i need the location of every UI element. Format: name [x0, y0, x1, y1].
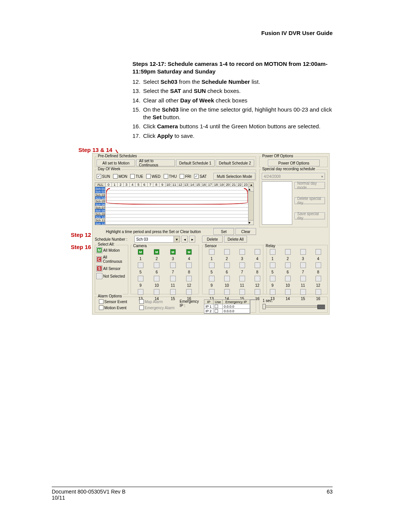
camera-button[interactable]	[138, 276, 143, 281]
schedule-row-label[interactable]: Sch 04	[95, 197, 105, 200]
keyboard-icon[interactable]	[317, 305, 325, 309]
grid-data-area[interactable]	[105, 187, 249, 225]
sensor-button[interactable]	[239, 289, 245, 295]
hour-header[interactable]: 21	[231, 182, 237, 187]
scroll-down-icon[interactable]: ▾	[249, 220, 253, 225]
hour-header[interactable]: 14	[189, 182, 195, 187]
sensor-button[interactable]	[239, 262, 245, 268]
relay-button[interactable]	[315, 276, 321, 281]
schedule-row-label[interactable]: Sch 01	[95, 187, 105, 190]
dow-checkbox-wed[interactable]	[146, 174, 151, 179]
hour-header[interactable]: 0	[105, 182, 112, 187]
hour-header[interactable]: 6	[141, 182, 147, 187]
delete-special-day-button[interactable]: Delete special day	[295, 197, 325, 204]
sensor-button[interactable]	[209, 262, 215, 268]
dow-checkbox-fri[interactable]	[180, 174, 184, 179]
normal-day-mode-button[interactable]: Normal day mode	[295, 182, 325, 189]
select-all-option[interactable]: SAll Sensor	[97, 266, 126, 271]
schedule-row-label[interactable]: Sch 10	[95, 216, 105, 219]
camera-button[interactable]	[170, 276, 176, 281]
camera-button[interactable]	[186, 289, 192, 295]
hour-header[interactable]: 1	[112, 182, 118, 187]
camera-button[interactable]	[186, 276, 192, 281]
preset-default1-button[interactable]: Default Schedule 1	[176, 160, 215, 166]
hour-header[interactable]: 12	[177, 182, 183, 187]
sensor-button[interactable]	[224, 276, 230, 281]
sensor-button[interactable]	[224, 249, 230, 255]
relay-button[interactable]	[300, 249, 306, 255]
relay-button[interactable]	[270, 249, 276, 255]
schedule-row-label[interactable]: Sch 11	[95, 219, 105, 222]
relay-button[interactable]	[285, 262, 291, 268]
hour-header[interactable]: 5	[135, 182, 141, 187]
camera-button[interactable]	[170, 289, 176, 295]
hour-header[interactable]: 13	[183, 182, 189, 187]
schedule-row-label[interactable]: Sch 08	[95, 209, 105, 212]
hour-header[interactable]: 11	[171, 182, 177, 187]
dow-checkbox-sat[interactable]: ✓	[194, 174, 199, 179]
select-all-option[interactable]: Not Selected	[97, 273, 126, 279]
hour-header[interactable]: 8	[153, 182, 159, 187]
relay-button[interactable]	[285, 289, 291, 295]
relay-button[interactable]	[270, 276, 276, 281]
delete-button[interactable]: Delete	[202, 236, 223, 243]
clear-button[interactable]: Clear	[236, 228, 256, 235]
relay-button[interactable]	[270, 262, 276, 268]
motion-event-checkbox[interactable]	[99, 305, 104, 310]
sensor-event-checkbox[interactable]	[99, 299, 104, 304]
hour-header[interactable]: 17	[207, 182, 213, 187]
camera-button[interactable]	[138, 289, 143, 295]
sensor-button[interactable]	[209, 249, 215, 255]
schedule-row-label[interactable]: Sch 03	[95, 193, 105, 197]
sensor-button[interactable]	[255, 276, 260, 281]
schedule-number-dropdown[interactable]: Sch 03 ▾	[134, 236, 180, 243]
camera-button[interactable]	[138, 262, 143, 268]
relay-button[interactable]	[315, 262, 321, 268]
map-alarm-checkbox[interactable]	[139, 299, 144, 304]
ip1-use-checkbox[interactable]	[215, 305, 218, 308]
camera-button[interactable]: M	[138, 249, 143, 255]
select-all-option[interactable]: CAll Continuous	[97, 255, 126, 264]
sensor-button[interactable]	[224, 262, 230, 268]
relay-button[interactable]	[300, 276, 306, 281]
camera-button[interactable]	[186, 262, 192, 268]
hour-header[interactable]: 22	[237, 182, 243, 187]
dow-checkbox-sun[interactable]: ✓	[97, 174, 101, 179]
schedule-row-label[interactable]: Sch 09	[95, 212, 105, 216]
camera-button[interactable]	[154, 262, 159, 268]
dow-checkbox-tue[interactable]	[130, 174, 135, 179]
sensor-button[interactable]	[239, 249, 245, 255]
ip-scrollbar[interactable]	[250, 299, 256, 300]
ip2-use-checkbox[interactable]	[215, 309, 218, 313]
schedule-row-label[interactable]: Sch 05	[95, 200, 105, 203]
hour-header[interactable]: 23	[242, 182, 249, 187]
hour-header[interactable]: 2	[117, 182, 123, 187]
sensor-button[interactable]	[209, 289, 215, 295]
preset-all-motion-button[interactable]: All set to Motion	[97, 160, 135, 166]
prev-button[interactable]: ◂	[182, 236, 188, 243]
hour-header[interactable]: 3	[123, 182, 129, 187]
relay-button[interactable]	[285, 276, 291, 281]
save-special-day-button[interactable]: Save special day	[295, 212, 325, 219]
sensor-button[interactable]	[255, 249, 260, 255]
dow-checkbox-mon[interactable]	[113, 174, 118, 179]
schedule-row-label[interactable]: Sch 07	[95, 206, 105, 209]
sensor-button[interactable]	[209, 276, 215, 281]
hour-header[interactable]: 18	[213, 182, 219, 187]
schedule-row-label[interactable]: Sch 02	[95, 190, 105, 193]
scrollbar[interactable]: ▴ ▾	[249, 187, 254, 225]
sensor-button[interactable]	[255, 262, 260, 268]
sensor-button[interactable]	[224, 289, 230, 295]
camera-button[interactable]	[154, 289, 159, 295]
hour-header[interactable]: 10	[165, 182, 171, 187]
relay-button[interactable]	[315, 249, 321, 255]
special-day-list[interactable]	[262, 181, 292, 225]
camera-button[interactable]: M	[154, 249, 159, 255]
next-button[interactable]: ▸	[189, 236, 195, 243]
hour-header[interactable]: 15	[195, 182, 201, 187]
relay-button[interactable]	[315, 289, 321, 295]
camera-button[interactable]: M	[186, 249, 192, 255]
select-all-option[interactable]: MAll Motion	[97, 248, 126, 253]
relay-button[interactable]	[270, 289, 276, 295]
relay-button[interactable]	[300, 262, 306, 268]
